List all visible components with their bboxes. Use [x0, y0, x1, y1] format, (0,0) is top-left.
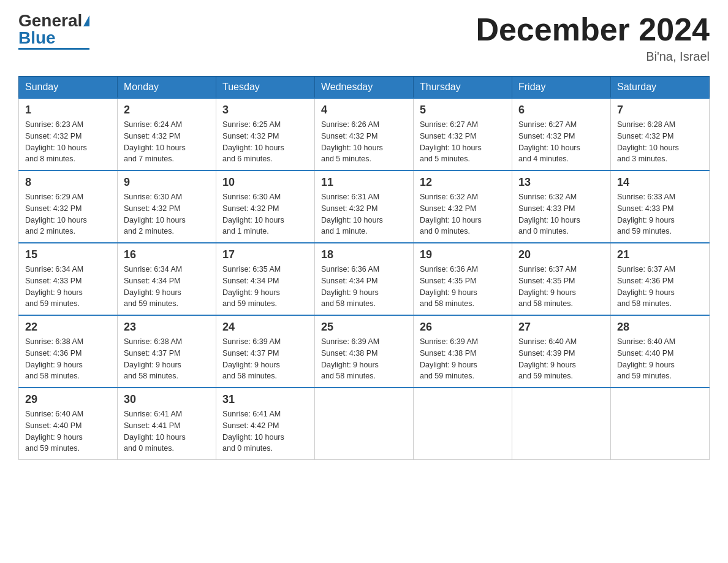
day-number: 10 — [222, 176, 308, 189]
calendar-cell: 30Sunrise: 6:41 AMSunset: 4:41 PMDayligh… — [118, 388, 216, 460]
calendar-cell — [611, 388, 710, 460]
calendar-cell: 24Sunrise: 6:39 AMSunset: 4:37 PMDayligh… — [216, 315, 315, 388]
day-number: 2 — [124, 104, 210, 117]
day-info: Sunrise: 6:25 AMSunset: 4:32 PMDaylight:… — [222, 119, 308, 165]
location-label: Bi'na, Israel — [476, 50, 710, 64]
day-info: Sunrise: 6:37 AMSunset: 4:35 PMDaylight:… — [518, 264, 604, 310]
day-info: Sunrise: 6:23 AMSunset: 4:32 PMDaylight:… — [25, 119, 111, 165]
day-number: 1 — [25, 104, 111, 117]
day-info: Sunrise: 6:30 AMSunset: 4:32 PMDaylight:… — [222, 191, 308, 237]
calendar-cell: 27Sunrise: 6:40 AMSunset: 4:39 PMDayligh… — [512, 315, 611, 388]
day-number: 3 — [222, 104, 308, 117]
day-info: Sunrise: 6:36 AMSunset: 4:34 PMDaylight:… — [321, 264, 407, 310]
day-info: Sunrise: 6:35 AMSunset: 4:34 PMDaylight:… — [222, 264, 308, 310]
calendar-cell: 22Sunrise: 6:38 AMSunset: 4:36 PMDayligh… — [19, 315, 118, 388]
logo-blue-text: Blue — [18, 29, 56, 47]
calendar-cell: 6Sunrise: 6:27 AMSunset: 4:32 PMDaylight… — [512, 98, 611, 170]
header-saturday: Saturday — [611, 77, 710, 99]
day-number: 24 — [222, 321, 308, 334]
calendar-cell: 9Sunrise: 6:30 AMSunset: 4:32 PMDaylight… — [118, 170, 216, 243]
day-number: 23 — [124, 321, 210, 334]
day-number: 8 — [25, 176, 111, 189]
calendar-cell: 18Sunrise: 6:36 AMSunset: 4:34 PMDayligh… — [315, 243, 414, 315]
calendar-cell: 28Sunrise: 6:40 AMSunset: 4:40 PMDayligh… — [611, 315, 710, 388]
week-row-1: 1Sunrise: 6:23 AMSunset: 4:32 PMDaylight… — [19, 98, 710, 170]
week-row-4: 22Sunrise: 6:38 AMSunset: 4:36 PMDayligh… — [19, 315, 710, 388]
day-info: Sunrise: 6:41 AMSunset: 4:42 PMDaylight:… — [222, 408, 308, 454]
day-number: 18 — [321, 248, 407, 261]
day-info: Sunrise: 6:40 AMSunset: 4:40 PMDaylight:… — [25, 408, 111, 454]
day-number: 28 — [617, 321, 703, 334]
day-info: Sunrise: 6:38 AMSunset: 4:36 PMDaylight:… — [25, 336, 111, 382]
day-info: Sunrise: 6:39 AMSunset: 4:38 PMDaylight:… — [321, 336, 407, 382]
day-number: 20 — [518, 248, 604, 261]
day-number: 17 — [222, 248, 308, 261]
calendar-cell — [315, 388, 414, 460]
day-number: 30 — [124, 393, 210, 406]
day-info: Sunrise: 6:40 AMSunset: 4:39 PMDaylight:… — [518, 336, 604, 382]
calendar-cell: 26Sunrise: 6:39 AMSunset: 4:38 PMDayligh… — [414, 315, 512, 388]
day-number: 15 — [25, 248, 111, 261]
day-number: 5 — [420, 104, 506, 117]
day-number: 13 — [518, 176, 604, 189]
calendar-cell — [512, 388, 611, 460]
day-number: 12 — [420, 176, 506, 189]
calendar-cell: 8Sunrise: 6:29 AMSunset: 4:32 PMDaylight… — [19, 170, 118, 243]
day-number: 11 — [321, 176, 407, 189]
calendar-cell: 5Sunrise: 6:27 AMSunset: 4:32 PMDaylight… — [414, 98, 512, 170]
day-info: Sunrise: 6:29 AMSunset: 4:32 PMDaylight:… — [25, 191, 111, 237]
day-info: Sunrise: 6:34 AMSunset: 4:34 PMDaylight:… — [124, 264, 210, 310]
calendar-cell: 4Sunrise: 6:26 AMSunset: 4:32 PMDaylight… — [315, 98, 414, 170]
logo-general-text: General — [18, 12, 82, 29]
calendar-cell: 17Sunrise: 6:35 AMSunset: 4:34 PMDayligh… — [216, 243, 315, 315]
day-info: Sunrise: 6:39 AMSunset: 4:38 PMDaylight:… — [420, 336, 506, 382]
calendar-cell: 23Sunrise: 6:38 AMSunset: 4:37 PMDayligh… — [118, 315, 216, 388]
day-info: Sunrise: 6:40 AMSunset: 4:40 PMDaylight:… — [617, 336, 703, 382]
calendar-cell: 20Sunrise: 6:37 AMSunset: 4:35 PMDayligh… — [512, 243, 611, 315]
day-info: Sunrise: 6:38 AMSunset: 4:37 PMDaylight:… — [124, 336, 210, 382]
day-number: 25 — [321, 321, 407, 334]
day-info: Sunrise: 6:31 AMSunset: 4:32 PMDaylight:… — [321, 191, 407, 237]
day-number: 7 — [617, 104, 703, 117]
day-number: 6 — [518, 104, 604, 117]
day-number: 4 — [321, 104, 407, 117]
logo-triangle-icon — [83, 15, 89, 26]
day-info: Sunrise: 6:28 AMSunset: 4:32 PMDaylight:… — [617, 119, 703, 165]
month-title: December 2024 — [476, 12, 710, 47]
calendar-cell: 25Sunrise: 6:39 AMSunset: 4:38 PMDayligh… — [315, 315, 414, 388]
day-number: 27 — [518, 321, 604, 334]
calendar-cell: 31Sunrise: 6:41 AMSunset: 4:42 PMDayligh… — [216, 388, 315, 460]
day-number: 21 — [617, 248, 703, 261]
calendar-cell — [414, 388, 512, 460]
day-info: Sunrise: 6:27 AMSunset: 4:32 PMDaylight:… — [518, 119, 604, 165]
week-row-2: 8Sunrise: 6:29 AMSunset: 4:32 PMDaylight… — [19, 170, 710, 243]
logo: General Blue — [18, 12, 89, 50]
day-info: Sunrise: 6:39 AMSunset: 4:37 PMDaylight:… — [222, 336, 308, 382]
day-number: 26 — [420, 321, 506, 334]
calendar-cell: 21Sunrise: 6:37 AMSunset: 4:36 PMDayligh… — [611, 243, 710, 315]
header-tuesday: Tuesday — [216, 77, 315, 99]
calendar-cell: 15Sunrise: 6:34 AMSunset: 4:33 PMDayligh… — [19, 243, 118, 315]
week-row-3: 15Sunrise: 6:34 AMSunset: 4:33 PMDayligh… — [19, 243, 710, 315]
day-number: 9 — [124, 176, 210, 189]
calendar-cell: 12Sunrise: 6:32 AMSunset: 4:32 PMDayligh… — [414, 170, 512, 243]
calendar-cell: 7Sunrise: 6:28 AMSunset: 4:32 PMDaylight… — [611, 98, 710, 170]
calendar-table: SundayMondayTuesdayWednesdayThursdayFrid… — [18, 76, 710, 460]
day-info: Sunrise: 6:33 AMSunset: 4:33 PMDaylight:… — [617, 191, 703, 237]
title-section: December 2024 Bi'na, Israel — [476, 12, 710, 64]
day-info: Sunrise: 6:27 AMSunset: 4:32 PMDaylight:… — [420, 119, 506, 165]
header-monday: Monday — [118, 77, 216, 99]
calendar-cell: 10Sunrise: 6:30 AMSunset: 4:32 PMDayligh… — [216, 170, 315, 243]
calendar-cell: 13Sunrise: 6:32 AMSunset: 4:33 PMDayligh… — [512, 170, 611, 243]
day-number: 29 — [25, 393, 111, 406]
day-number: 14 — [617, 176, 703, 189]
page-header: General Blue December 2024 Bi'na, Israel — [18, 12, 710, 64]
header-wednesday: Wednesday — [315, 77, 414, 99]
day-number: 16 — [124, 248, 210, 261]
day-number: 22 — [25, 321, 111, 334]
day-info: Sunrise: 6:32 AMSunset: 4:33 PMDaylight:… — [518, 191, 604, 237]
header-friday: Friday — [512, 77, 611, 99]
logo-underline — [18, 48, 89, 50]
header-sunday: Sunday — [19, 77, 118, 99]
header-thursday: Thursday — [414, 77, 512, 99]
